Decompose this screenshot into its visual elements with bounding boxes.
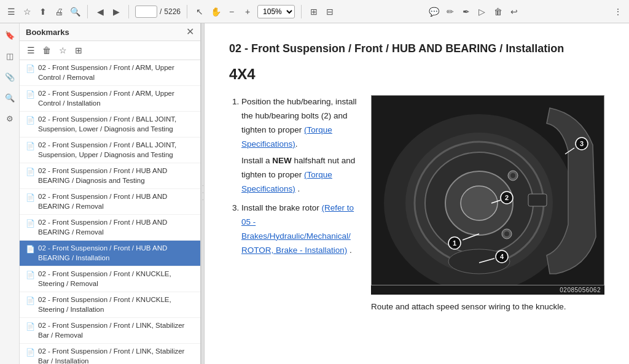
bookmark-text: 02 - Front Suspension / Front / HUB AND … [38,218,195,237]
doc-icon: 📄 [26,141,34,150]
document-content: Position the hub/bearing, install the hu… [229,95,604,311]
bookmarks-list: 📄 02 - Front Suspension / Front / ARM, U… [20,60,200,364]
bookmark-icon[interactable]: ☆ [21,6,33,18]
bm-folder-icon[interactable]: ⊞ [72,44,85,56]
list-item[interactable]: 📄 02 - Front Suspension / Front / HUB AN… [20,189,200,215]
step2-bold: NEW [272,156,292,165]
bookmarks-panel: Bookmarks ✕ ☰ 🗑 ☆ ⊞ 📄 02 - Front Suspens… [20,23,201,364]
step-2: Install a NEW halfshaft nut and tighten … [241,154,359,196]
step2-text-before: Install a [241,156,272,165]
sep1 [87,5,88,18]
attach-side-icon[interactable]: 📎 [3,70,17,83]
toolbar: ☰ ☆ ⬆ 🖨 🔍 ◀ ▶ 162 / 5226 ↖ ✋ − + 105% 75… [0,0,629,23]
list-item[interactable]: 📄 02 - Front Suspension / Front / BALL J… [20,137,200,163]
doc-icon: 📄 [26,244,34,253]
bookmark-text: 02 - Front Suspension / Front / HUB AND … [38,192,195,211]
list-item[interactable]: 📄 02 - Front Suspension / Front / ARM, U… [20,86,200,112]
sep2 [128,5,129,18]
page-up-icon[interactable]: ◀ [94,6,106,18]
bm-view-icon[interactable]: ☰ [25,44,37,56]
svg-rect-11 [528,194,547,206]
bookmark-text: 02 - Front Suspension / Front / HUB AND … [38,244,195,263]
settings-side-icon[interactable]: ⚙ [3,112,17,125]
bm-delete-icon[interactable]: 🗑 [41,44,53,56]
highlight-icon[interactable]: ✒ [460,6,472,18]
svg-text:1: 1 [453,239,456,247]
bookmarks-close-button[interactable]: ✕ [186,27,194,37]
list-item[interactable]: 📄 02 - Front Suspension / Front / LINK, … [20,318,200,344]
step3-period: . [347,246,352,255]
zoom-in-icon[interactable]: + [241,6,254,18]
document-area: 02 - Front Suspension / Front / HUB AND … [205,23,629,364]
search-side-icon[interactable]: 🔍 [3,91,17,104]
image-code: 02085056062 [371,285,604,295]
bookmark-text: 02 - Front Suspension / Front / ARM, Upp… [38,89,195,108]
comment-icon[interactable]: 💬 [428,6,440,18]
steps-list-2: Install the brake rotor (Refer to 05 - B… [241,201,359,258]
list-item[interactable]: 📄 02 - Front Suspension / Front / KNUCKL… [20,292,200,318]
bookmarks-header: Bookmarks ✕ [20,23,200,41]
document-subtitle: 4X4 [229,66,604,83]
list-item[interactable]: 📄 02 - Front Suspension / Front / BALL J… [20,112,200,137]
fit-page-icon[interactable]: ⊟ [324,6,336,18]
doc-icon: 📄 [26,219,34,227]
doc-icon: 📄 [26,90,34,98]
print-icon[interactable]: 🖨 [53,6,65,18]
zoom-out-icon[interactable]: − [225,6,238,18]
bm-star-icon[interactable]: ☆ [57,44,69,56]
list-item[interactable]: 📄 02 - Front Suspension / Front / HUB AN… [20,215,200,241]
doc-icon: 📄 [26,167,34,176]
doc-icon: 📄 [26,270,34,279]
document-title: 02 - Front Suspension / Front / HUB AND … [229,42,604,56]
bookmark-text: 02 - Front Suspension / Front / BALL JOI… [38,115,195,134]
mechanical-image: 1 2 3 4 [371,95,604,285]
step-1: Position the hub/bearing, install the hu… [241,95,359,152]
bookmark-text: 02 - Front Suspension / Front / KNUCKLE,… [38,269,195,288]
list-item[interactable]: 📄 02 - Front Suspension / Front / LINK, … [20,344,200,364]
sep3 [187,5,187,18]
main-area: 🔖 ◫ 📎 🔍 ⚙ Bookmarks ✕ ☰ 🗑 ☆ ⊞ 📄 02 - Fro… [0,23,629,364]
bookmark-text: 02 - Front Suspension / Front / BALL JOI… [38,141,195,160]
more-icon[interactable]: ⋮ [612,6,624,18]
image-container: 1 2 3 4 02085056062 [371,95,604,311]
bookmark-text: 02 - Front Suspension / Front / LINK, St… [38,347,195,364]
list-item-active[interactable]: 📄 02 - Front Suspension / Front / HUB AN… [20,241,200,266]
doc-icon: 📄 [26,193,34,201]
back-icon[interactable]: ☰ [5,6,17,18]
layers-side-icon[interactable]: ◫ [3,49,17,63]
step3-text-before: Install the brake rotor [241,203,322,212]
page-input[interactable]: 162 [135,6,157,18]
delete-icon[interactable]: 🗑 [492,6,504,18]
svg-point-10 [504,231,509,236]
list-item[interactable]: 📄 02 - Front Suspension / Front / HUB AN… [20,163,200,189]
side-icons-bar: 🔖 ◫ 📎 🔍 ⚙ [0,23,20,364]
search-icon[interactable]: 🔍 [69,6,81,18]
step1-text-before: Position the hub/bearing, install the hu… [241,97,357,134]
zoom-control: 105% 75% 100% 125% 150% [257,5,295,18]
page-total: 5226 [164,7,181,16]
fit-width-icon[interactable]: ⊞ [308,6,320,18]
bookmark-side-icon[interactable]: 🔖 [3,28,17,42]
share-icon[interactable]: ⬆ [37,6,49,18]
bookmarks-title: Bookmarks [26,28,69,37]
steps-list: Position the hub/bearing, install the hu… [241,95,359,152]
doc-icon: 📄 [26,64,34,72]
page-navigation: 162 / 5226 [135,6,181,18]
document-text: Position the hub/bearing, install the hu… [229,95,359,311]
zoom-select[interactable]: 105% 75% 100% 125% 150% [257,5,295,18]
cursor-icon[interactable]: ↖ [193,6,206,18]
step2-period: . [295,184,300,193]
step1-text-after: . [295,139,298,149]
svg-text:4: 4 [500,253,504,260]
svg-text:2: 2 [505,194,509,201]
hand-icon[interactable]: ✋ [209,6,222,18]
list-item[interactable]: 📄 02 - Front Suspension / Front / KNUCKL… [20,266,200,292]
stamp-icon[interactable]: ▷ [476,6,488,18]
svg-point-8 [510,173,515,178]
svg-text:3: 3 [580,140,584,147]
undo-icon[interactable]: ↩ [508,6,520,18]
page-down-icon[interactable]: ▶ [110,6,122,18]
document-caption: Route and attach speed sensor wiring to … [371,302,604,311]
list-item[interactable]: 📄 02 - Front Suspension / Front / ARM, U… [20,60,200,86]
pen-icon[interactable]: ✏ [444,6,456,18]
